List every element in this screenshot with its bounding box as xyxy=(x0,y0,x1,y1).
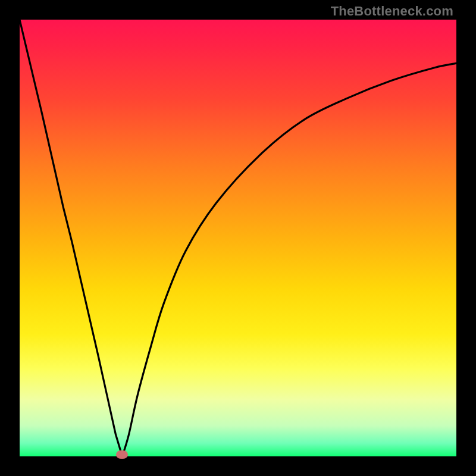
watermark-text: TheBottleneck.com xyxy=(331,4,453,19)
min-marker-dot xyxy=(116,450,128,459)
chart-plot-area xyxy=(20,20,456,456)
bottleneck-curve xyxy=(20,20,456,456)
chart-frame: TheBottleneck.com xyxy=(0,0,476,476)
